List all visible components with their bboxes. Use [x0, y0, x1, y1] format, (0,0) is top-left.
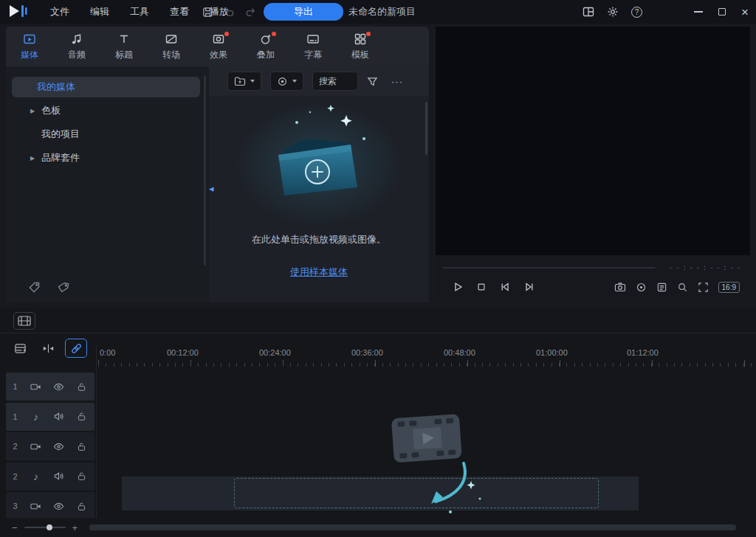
track-index: 2 [6, 442, 24, 451]
caret-down-icon [292, 80, 297, 83]
audio-note-icon: ♪ [24, 471, 47, 482]
timeline-media-view-button[interactable] [13, 312, 35, 330]
play-button[interactable] [452, 281, 464, 293]
snap-button[interactable] [37, 339, 59, 358]
search-input[interactable] [312, 72, 358, 91]
timeline-bottom-bar: − + [0, 518, 756, 537]
timeline-zoom-control: − + [12, 522, 78, 533]
manage-tracks-button[interactable] [9, 339, 31, 358]
tab-media[interactable]: 媒体 [6, 27, 53, 66]
undo-icon[interactable] [224, 7, 235, 18]
import-dropzone[interactable]: 在此处单击或拖放视频或图像。 使用样本媒体 [209, 96, 429, 279]
settings-gear-icon[interactable] [607, 6, 619, 18]
new-badge-dot [366, 32, 371, 36]
previous-frame-button[interactable] [499, 281, 511, 293]
sidebar-scrollbar[interactable] [204, 75, 206, 266]
lock-track-icon[interactable] [70, 412, 93, 421]
timeline-ruler[interactable]: 0:00 00:12:00 00:24:00 00:36:00 00:48:00… [96, 345, 756, 369]
menu-file[interactable]: 文件 [46, 5, 74, 18]
tag-add-icon[interactable] [28, 281, 41, 294]
sidebar-item-my-projects[interactable]: 我的项目 [12, 124, 200, 145]
lock-track-icon[interactable] [70, 382, 93, 392]
track-header-video-3[interactable]: 3 [6, 492, 94, 518]
track-header-video-1[interactable]: 1 [6, 373, 94, 401]
track-header-audio-2[interactable]: 2 ♪ [6, 462, 94, 491]
render-preview-icon[interactable] [636, 282, 647, 293]
preview-screen [436, 27, 750, 255]
lock-track-icon[interactable] [70, 471, 93, 481]
tag-icon[interactable] [57, 281, 69, 294]
tab-label: 叠加 [257, 49, 275, 61]
drop-zone-dashed[interactable] [234, 478, 599, 508]
maximize-icon[interactable] [718, 8, 726, 15]
toggle-visibility-icon[interactable] [47, 381, 70, 392]
fullscreen-icon[interactable] [698, 282, 709, 293]
sidebar-item-brand-kit[interactable]: ▶ 品牌套件 [12, 148, 200, 168]
record-button[interactable] [270, 72, 303, 91]
main-track-strip[interactable] [122, 477, 639, 510]
export-button[interactable]: 导出 [264, 3, 343, 21]
more-options-icon[interactable]: ··· [391, 76, 403, 87]
mute-speaker-icon[interactable] [47, 471, 70, 482]
empty-state-text: 在此处单击或拖放视频或图像。 [252, 233, 386, 246]
tab-audio[interactable]: 音频 [53, 27, 100, 66]
tab-titles[interactable]: 标题 [100, 27, 148, 66]
overlays-tab-icon [259, 32, 272, 46]
use-sample-media-link[interactable]: 使用样本媒体 [290, 266, 348, 279]
track-headers: 1 1 ♪ 2 2 ♪ [6, 373, 94, 518]
zoom-in-icon[interactable]: + [72, 522, 78, 533]
markers-list-icon[interactable] [656, 282, 667, 293]
record-circle-icon [277, 76, 288, 87]
chevron-right-icon: ▶ [30, 108, 35, 114]
video-camera-icon [24, 441, 47, 452]
aspect-ratio-badge[interactable]: 16:9 [718, 282, 740, 293]
ruler-label: 01:12:00 [627, 348, 659, 357]
timeline-horizontal-scrollbar[interactable] [89, 524, 736, 530]
track-header-audio-1[interactable]: 1 ♪ [6, 403, 94, 431]
zoom-icon[interactable] [677, 282, 688, 293]
timeline-panel: 0:00 00:12:00 00:24:00 00:36:00 00:48:00… [0, 308, 756, 537]
tab-overlays[interactable]: 叠加 [242, 27, 289, 66]
menu-view[interactable]: 查看 [165, 5, 193, 18]
save-icon[interactable] [202, 7, 213, 18]
toggle-visibility-icon[interactable] [47, 441, 70, 452]
tab-templates[interactable]: 模板 [337, 27, 384, 66]
empty-folder-illustration [234, 96, 404, 229]
zoom-slider[interactable] [24, 527, 66, 528]
import-media-button[interactable] [227, 72, 261, 91]
media-tab-icon [23, 32, 36, 46]
tab-effects[interactable]: 效果 [195, 27, 242, 66]
help-icon[interactable]: ? [631, 7, 642, 18]
mute-speaker-icon[interactable] [47, 411, 70, 422]
lock-track-icon[interactable] [70, 442, 93, 451]
sidebar-item-label: 我的项目 [41, 128, 80, 141]
seek-area: --:--:--:-- [443, 263, 743, 273]
sidebar-item-color-boards[interactable]: ▶ 色板 [12, 100, 200, 121]
new-badge-dot [224, 32, 229, 36]
menu-edit[interactable]: 编辑 [86, 5, 114, 18]
media-library: ··· ◂ [209, 66, 429, 302]
lock-track-icon[interactable] [70, 502, 93, 511]
zoom-out-icon[interactable]: − [12, 522, 18, 533]
seek-bar[interactable] [443, 267, 656, 268]
minimize-icon[interactable] [694, 11, 703, 13]
app-logo-icon[interactable] [9, 4, 30, 20]
tab-subtitles[interactable]: 字幕 [289, 27, 337, 66]
sidebar-item-my-media[interactable]: 我的媒体 [12, 77, 200, 97]
stop-button[interactable] [476, 282, 487, 292]
toggle-visibility-icon[interactable] [47, 501, 70, 512]
ruler-label: 00:12:00 [167, 348, 199, 357]
close-icon[interactable]: × [741, 6, 749, 18]
track-header-video-2[interactable]: 2 [6, 432, 94, 460]
auto-link-button[interactable] [65, 339, 87, 358]
zoom-slider-thumb[interactable] [47, 524, 52, 530]
menu-tools[interactable]: 工具 [126, 5, 154, 18]
next-frame-button[interactable] [523, 281, 535, 293]
filter-funnel-icon[interactable] [367, 76, 378, 87]
layout-icon[interactable] [583, 6, 594, 18]
audio-tab-icon [70, 32, 83, 46]
effects-tab-icon [212, 32, 225, 46]
tab-transitions[interactable]: 转场 [148, 27, 195, 66]
snapshot-camera-icon[interactable] [614, 281, 626, 293]
redo-icon[interactable] [245, 7, 256, 18]
